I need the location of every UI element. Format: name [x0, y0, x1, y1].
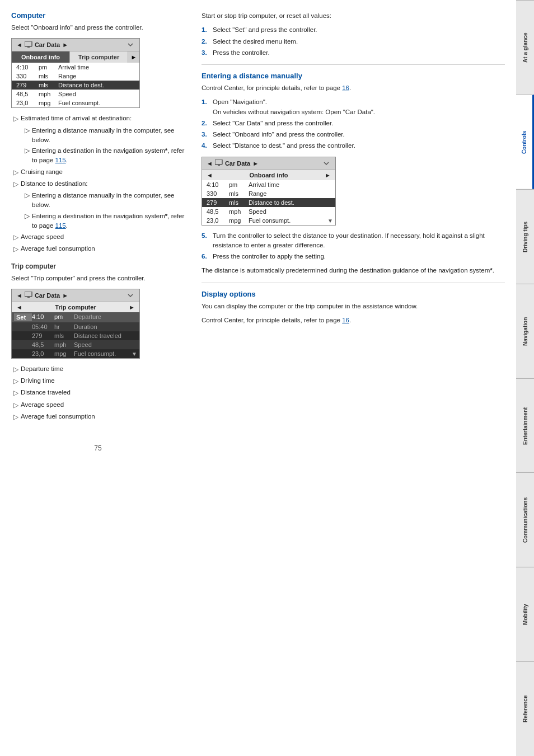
- page-link-16-2[interactable]: 16: [342, 317, 349, 323]
- label-1-1: Arrival time: [58, 64, 135, 71]
- arrow-right-icon-r: ►: [252, 160, 259, 167]
- page-number: 75: [11, 444, 185, 452]
- svg-rect-0: [25, 41, 32, 46]
- value-1-3: 279: [16, 82, 39, 88]
- arrow-right-icon-1: ►: [62, 41, 68, 48]
- entering-step-text-2: Select "Car Data" and press the controll…: [213, 119, 333, 128]
- tab-arrow[interactable]: ►: [128, 51, 139, 63]
- svg-rect-2: [25, 292, 32, 297]
- page-link-115-2[interactable]: 115: [55, 222, 66, 229]
- tab-entertainment[interactable]: Entertainment: [516, 378, 534, 473]
- monitor-icon-2: [25, 292, 32, 299]
- label-r-1: Arrival time: [249, 181, 331, 188]
- label-r-4: Speed: [249, 208, 331, 215]
- bullet-text-8: Distance traveled: [21, 388, 71, 398]
- label-r-3: Distance to dest.: [249, 199, 331, 206]
- tab-trip-computer[interactable]: Trip computer: [70, 51, 128, 63]
- header-title-right: ◄ Car Data ►: [207, 159, 259, 167]
- label-2-1: Departure: [74, 313, 137, 321]
- tab-communications[interactable]: Communications: [516, 472, 534, 567]
- scroll-arrow-r: ▼: [327, 218, 333, 224]
- side-tabs: At a glance Controls Driving tips Naviga…: [516, 0, 534, 756]
- car-data-row-r-2: 330 mls Range: [202, 189, 335, 198]
- arrow-left-icon: ◄: [16, 41, 22, 48]
- value-r-1: 4:10: [207, 181, 229, 188]
- widget-corner-2[interactable]: [126, 291, 135, 300]
- sub-header-text: Trip computer: [55, 304, 96, 311]
- header-title-text-1: Car Data: [35, 41, 60, 48]
- sub-header-r-text: Onboard info: [249, 172, 288, 179]
- sub-bullet-text-1-2: Entering a destination in the navigation…: [32, 146, 185, 166]
- unit-1-2: mls: [39, 73, 58, 79]
- header-title-text-r: Car Data: [225, 160, 250, 167]
- page-link-16-1[interactable]: 16: [342, 84, 349, 91]
- tab-reference[interactable]: Reference: [516, 661, 534, 756]
- label-1-5: Fuel consumpt.: [58, 100, 135, 106]
- reset-step-3: 3. Press the controller.: [202, 48, 505, 58]
- arrow-icon-1: ▷: [13, 114, 18, 124]
- arrow-icon-sub-4: ▷: [25, 212, 30, 231]
- bullet-avg-speed-2: ▷ Average speed: [11, 400, 185, 410]
- monitor-icon-1: [25, 41, 32, 49]
- unit-r-3: mls: [229, 199, 249, 206]
- scroll-arrow-down: ▼: [132, 351, 137, 357]
- car-data-row-2-1: Set 4:10 pm Departure: [12, 312, 139, 322]
- bullet-distance-dest: ▷ Distance to destination:: [11, 179, 185, 189]
- arrow-icon-5: ▷: [13, 245, 18, 254]
- trip-computer-section: Trip computer Select "Trip computer" and…: [11, 262, 185, 422]
- trip-computer-heading: Trip computer: [11, 262, 185, 270]
- bullet-text-2: Cruising range: [21, 167, 63, 177]
- set-label: Set: [14, 313, 32, 321]
- arrow-icon-9: ▷: [13, 401, 18, 410]
- tab-at-a-glance[interactable]: At a glance: [516, 0, 534, 95]
- svg-rect-3: [27, 297, 30, 298]
- reset-intro: Start or stop trip computer, or reset al…: [202, 11, 505, 21]
- bullet-text-6: Departure time: [21, 364, 63, 374]
- car-data-widget-2: ◄ Car Data ► ◄ Trip compu: [11, 289, 140, 359]
- tab-navigation[interactable]: Navigation: [516, 284, 534, 378]
- header-title-text-2: Car Data: [35, 292, 60, 299]
- bullet-cruising: ▷ Cruising range: [11, 167, 185, 177]
- bullet-departure: ▷ Departure time: [11, 364, 185, 374]
- bullet-text-1: Estimated time of arrival at destination…: [21, 114, 132, 124]
- label-1-3: Distance to dest.: [58, 82, 135, 88]
- right-column: Start or stop trip computer, or reset al…: [202, 11, 505, 745]
- divider-1: [202, 64, 505, 65]
- value-r-3: 279: [207, 199, 229, 206]
- value-2-3: 279: [32, 332, 54, 339]
- arrow-icon-sub-2: ▷: [25, 146, 30, 166]
- car-data-header-right: ◄ Car Data ►: [202, 157, 335, 170]
- bullet-text-9: Average speed: [21, 400, 64, 410]
- car-data-row-r-5: 23,0 mpg Fuel consumpt. ▼: [202, 216, 335, 225]
- car-data-row-1-3: 279 mls Distance to dest.: [12, 81, 139, 90]
- arrow-icon-2: ▷: [13, 168, 18, 177]
- onboard-info-sub-header: ◄ Onboard info ►: [202, 170, 335, 180]
- arrow-left-icon-r: ◄: [207, 160, 213, 167]
- widget-corner-r[interactable]: [322, 159, 331, 168]
- value-1-5: 23,0: [16, 100, 39, 106]
- label-2-3: Distance traveled: [74, 332, 137, 339]
- label-2-4: Speed: [74, 341, 137, 348]
- unit-r-1: pm: [229, 181, 249, 188]
- sub-bullet-2-1: ▷ Entering a distance manually in the co…: [11, 191, 185, 210]
- car-data-widget-right: ◄ Car Data ► ◄ Onboard in: [202, 157, 336, 226]
- tab-onboard-info[interactable]: Onboard info: [12, 51, 70, 63]
- unit-2-1: pm: [54, 313, 74, 321]
- tab-mobility[interactable]: Mobility: [516, 567, 534, 661]
- sub-bullet-text-2-2: Entering a destination in the navigation…: [32, 212, 185, 231]
- arrow-icon-sub-1: ▷: [25, 126, 30, 145]
- tab-driving-tips[interactable]: Driving tips: [516, 189, 534, 284]
- page-link-115-1[interactable]: 115: [55, 157, 66, 163]
- computer-intro: Select "Onboard info" and press the cont…: [11, 23, 185, 32]
- widget-corner-1[interactable]: [126, 40, 135, 49]
- value-2-2: 05:40: [32, 323, 54, 330]
- header-title-2: ◄ Car Data ►: [16, 292, 68, 299]
- bullet-text-5: Average fuel consumption: [21, 244, 95, 254]
- sub-header-r-arrow-left: ◄: [207, 172, 213, 179]
- label-2-2: Duration: [74, 323, 137, 330]
- entering-step-text-3: Select "Onboard info" and press the cont…: [213, 130, 345, 139]
- tab-controls[interactable]: Controls: [516, 95, 534, 189]
- arrow-icon-6: ▷: [13, 365, 18, 374]
- reset-step-2: 2. Select the desired menu item.: [202, 37, 505, 46]
- display-options-section: Display options You can display the comp…: [202, 290, 505, 326]
